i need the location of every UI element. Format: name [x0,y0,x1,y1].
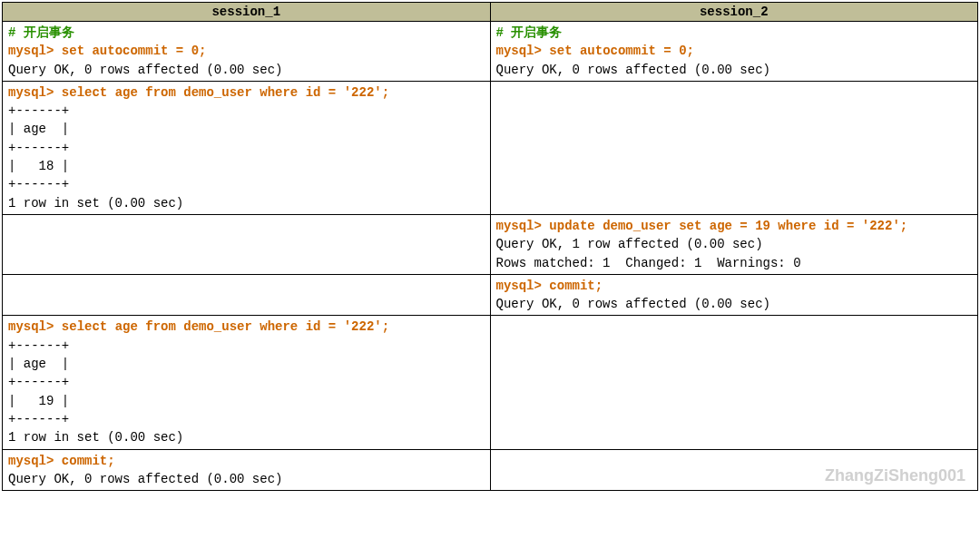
comment-text: # 开启事务 [496,25,563,40]
session1-cell: mysql> select age from demo_user where i… [3,316,491,449]
session2-cell [490,449,978,491]
table-row: mysql> select age from demo_user where i… [3,316,978,449]
comment-text: # 开启事务 [8,25,74,40]
sql-command: set autocommit = 0; [542,44,694,58]
mysql-prompt: mysql> [8,319,54,334]
session1-cell [3,214,491,274]
sql-command: commit; [54,454,114,468]
sql-command: select age from demo_user where id = '22… [54,85,389,100]
sql-command: select age from demo_user where id = '22… [54,319,389,334]
sql-command: set autocommit = 0; [54,44,206,58]
sql-command: update demo_user set age = 19 where id =… [542,219,907,233]
header-session-2: session_2 [490,3,978,22]
session-table: session_1 session_2 # 开启事务 mysql> set au… [2,2,978,491]
mysql-prompt: mysql> [8,44,54,58]
sql-output: +------+ | age | +------+ | 18 | +------… [8,103,183,210]
table-row: mysql> select age from demo_user where i… [3,81,978,214]
sql-command: commit; [542,279,603,293]
mysql-prompt: mysql> [496,219,542,233]
sql-output: +------+ | age | +------+ | 19 | +------… [8,338,183,445]
session1-cell [3,274,491,316]
header-session-1: session_1 [3,3,491,22]
session2-cell [490,81,978,214]
table-row: mysql> commit; Query OK, 0 rows affected… [3,449,978,491]
sql-output: Query OK, 0 rows affected (0.00 sec) [496,297,770,311]
mysql-prompt: mysql> [8,454,54,468]
session2-cell: # 开启事务 mysql> set autocommit = 0; Query … [490,22,978,82]
session2-cell [490,316,978,449]
table-row: # 开启事务 mysql> set autocommit = 0; Query … [3,22,978,82]
session1-cell: mysql> select age from demo_user where i… [3,81,491,214]
mysql-prompt: mysql> [496,44,542,58]
session1-cell: mysql> commit; Query OK, 0 rows affected… [3,449,491,491]
mysql-prompt: mysql> [8,85,54,100]
sql-output: Query OK, 0 rows affected (0.00 sec) [8,472,282,486]
table-row: mysql> commit; Query OK, 0 rows affected… [3,274,978,316]
mysql-prompt: mysql> [496,279,542,293]
session1-cell: # 开启事务 mysql> set autocommit = 0; Query … [3,22,491,82]
sql-output: Query OK, 1 row affected (0.00 sec) Rows… [496,237,801,269]
session2-cell: mysql> commit; Query OK, 0 rows affected… [490,274,978,316]
table-row: mysql> update demo_user set age = 19 whe… [3,214,978,274]
sql-output: Query OK, 0 rows affected (0.00 sec) [8,63,282,77]
session2-cell: mysql> update demo_user set age = 19 whe… [490,214,978,274]
sql-output: Query OK, 0 rows affected (0.00 sec) [496,63,770,77]
